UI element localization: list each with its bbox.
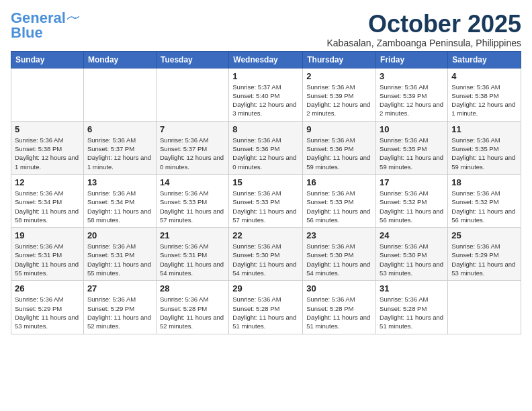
day-info: Sunrise: 5:36 AM Sunset: 5:33 PM Dayligh… xyxy=(232,189,299,224)
day-number: 24 xyxy=(380,230,444,240)
day-number: 20 xyxy=(87,230,152,240)
day-info: Sunrise: 5:36 AM Sunset: 5:38 PM Dayligh… xyxy=(451,83,517,118)
calendar-cell: 17Sunrise: 5:36 AM Sunset: 5:32 PM Dayli… xyxy=(376,174,448,227)
calendar-cell: 11Sunrise: 5:36 AM Sunset: 5:35 PM Dayli… xyxy=(448,121,521,174)
calendar-cell: 28Sunrise: 5:36 AM Sunset: 5:28 PM Dayli… xyxy=(156,281,228,334)
calendar-cell xyxy=(448,281,521,334)
day-number: 15 xyxy=(232,177,299,187)
calendar-cell: 25Sunrise: 5:36 AM Sunset: 5:29 PM Dayli… xyxy=(448,228,521,281)
day-number: 31 xyxy=(380,283,444,293)
calendar-cell xyxy=(11,68,84,121)
page-header: General Blue October 2025 Kabasalan, Zam… xyxy=(11,11,521,48)
month-title: October 2025 xyxy=(326,11,521,38)
day-info: Sunrise: 5:36 AM Sunset: 5:32 PM Dayligh… xyxy=(451,189,517,224)
calendar-table: SundayMondayTuesdayWednesdayThursdayFrid… xyxy=(11,51,521,334)
calendar-cell: 31Sunrise: 5:36 AM Sunset: 5:28 PM Dayli… xyxy=(376,281,448,334)
calendar-cell: 13Sunrise: 5:36 AM Sunset: 5:34 PM Dayli… xyxy=(83,174,156,227)
calendar-cell xyxy=(83,68,156,121)
day-number: 16 xyxy=(306,177,372,187)
calendar-cell: 27Sunrise: 5:36 AM Sunset: 5:29 PM Dayli… xyxy=(83,281,156,334)
calendar-cell: 4Sunrise: 5:36 AM Sunset: 5:38 PM Daylig… xyxy=(448,68,521,121)
day-info: Sunrise: 5:36 AM Sunset: 5:36 PM Dayligh… xyxy=(232,136,299,171)
calendar-cell: 14Sunrise: 5:36 AM Sunset: 5:33 PM Dayli… xyxy=(156,174,228,227)
day-number: 29 xyxy=(232,283,299,293)
calendar-cell: 30Sunrise: 5:36 AM Sunset: 5:28 PM Dayli… xyxy=(303,281,376,334)
calendar-cell: 15Sunrise: 5:36 AM Sunset: 5:33 PM Dayli… xyxy=(229,174,303,227)
day-info: Sunrise: 5:36 AM Sunset: 5:31 PM Dayligh… xyxy=(15,242,80,277)
calendar-cell: 3Sunrise: 5:36 AM Sunset: 5:39 PM Daylig… xyxy=(376,68,448,121)
logo-text: General Blue xyxy=(11,11,66,40)
day-info: Sunrise: 5:36 AM Sunset: 5:36 PM Dayligh… xyxy=(306,136,372,171)
day-number: 4 xyxy=(451,71,517,81)
day-number: 3 xyxy=(380,71,444,81)
week-row-4: 19Sunrise: 5:36 AM Sunset: 5:31 PM Dayli… xyxy=(11,228,521,281)
day-header-tuesday: Tuesday xyxy=(156,51,228,68)
day-number: 25 xyxy=(451,230,517,240)
title-block: October 2025 Kabasalan, Zamboanga Penins… xyxy=(326,11,521,48)
calendar-cell: 26Sunrise: 5:36 AM Sunset: 5:29 PM Dayli… xyxy=(11,281,84,334)
day-info: Sunrise: 5:36 AM Sunset: 5:35 PM Dayligh… xyxy=(451,136,517,171)
day-number: 10 xyxy=(380,124,444,134)
calendar-cell: 19Sunrise: 5:36 AM Sunset: 5:31 PM Dayli… xyxy=(11,228,84,281)
calendar-cell: 18Sunrise: 5:36 AM Sunset: 5:32 PM Dayli… xyxy=(448,174,521,227)
day-info: Sunrise: 5:36 AM Sunset: 5:30 PM Dayligh… xyxy=(380,242,444,277)
day-info: Sunrise: 5:36 AM Sunset: 5:28 PM Dayligh… xyxy=(232,295,299,330)
week-row-1: 1Sunrise: 5:37 AM Sunset: 5:40 PM Daylig… xyxy=(11,68,521,121)
day-number: 6 xyxy=(87,124,152,134)
day-info: Sunrise: 5:36 AM Sunset: 5:32 PM Dayligh… xyxy=(380,189,444,224)
day-info: Sunrise: 5:36 AM Sunset: 5:34 PM Dayligh… xyxy=(87,189,152,224)
day-number: 8 xyxy=(232,124,299,134)
day-number: 7 xyxy=(160,124,225,134)
calendar-cell: 8Sunrise: 5:36 AM Sunset: 5:36 PM Daylig… xyxy=(229,121,303,174)
day-header-friday: Friday xyxy=(376,51,448,68)
calendar-cell: 16Sunrise: 5:36 AM Sunset: 5:33 PM Dayli… xyxy=(303,174,376,227)
day-number: 1 xyxy=(232,71,299,81)
day-info: Sunrise: 5:36 AM Sunset: 5:30 PM Dayligh… xyxy=(232,242,299,277)
day-info: Sunrise: 5:36 AM Sunset: 5:28 PM Dayligh… xyxy=(380,295,444,330)
calendar-cell: 1Sunrise: 5:37 AM Sunset: 5:40 PM Daylig… xyxy=(229,68,303,121)
day-number: 19 xyxy=(15,230,80,240)
day-header-thursday: Thursday xyxy=(303,51,376,68)
day-number: 18 xyxy=(451,177,517,187)
day-number: 2 xyxy=(306,71,372,81)
week-row-5: 26Sunrise: 5:36 AM Sunset: 5:29 PM Dayli… xyxy=(11,281,521,334)
calendar-cell: 24Sunrise: 5:36 AM Sunset: 5:30 PM Dayli… xyxy=(376,228,448,281)
day-number: 26 xyxy=(15,283,80,293)
location-subtitle: Kabasalan, Zamboanga Peninsula, Philippi… xyxy=(326,38,521,48)
day-number: 9 xyxy=(306,124,372,134)
day-number: 23 xyxy=(306,230,372,240)
calendar-cell: 9Sunrise: 5:36 AM Sunset: 5:36 PM Daylig… xyxy=(303,121,376,174)
day-number: 5 xyxy=(15,124,80,134)
day-info: Sunrise: 5:36 AM Sunset: 5:39 PM Dayligh… xyxy=(306,83,372,118)
calendar-cell: 21Sunrise: 5:36 AM Sunset: 5:31 PM Dayli… xyxy=(156,228,228,281)
week-row-2: 5Sunrise: 5:36 AM Sunset: 5:38 PM Daylig… xyxy=(11,121,521,174)
calendar-cell: 2Sunrise: 5:36 AM Sunset: 5:39 PM Daylig… xyxy=(303,68,376,121)
week-row-3: 12Sunrise: 5:36 AM Sunset: 5:34 PM Dayli… xyxy=(11,174,521,227)
calendar-cell: 7Sunrise: 5:36 AM Sunset: 5:37 PM Daylig… xyxy=(156,121,228,174)
day-info: Sunrise: 5:36 AM Sunset: 5:37 PM Dayligh… xyxy=(160,136,225,171)
calendar-cell: 23Sunrise: 5:36 AM Sunset: 5:30 PM Dayli… xyxy=(303,228,376,281)
calendar-cell: 12Sunrise: 5:36 AM Sunset: 5:34 PM Dayli… xyxy=(11,174,84,227)
day-info: Sunrise: 5:36 AM Sunset: 5:31 PM Dayligh… xyxy=(160,242,225,277)
day-number: 22 xyxy=(232,230,299,240)
day-info: Sunrise: 5:36 AM Sunset: 5:29 PM Dayligh… xyxy=(87,295,152,330)
day-number: 28 xyxy=(160,283,225,293)
day-info: Sunrise: 5:36 AM Sunset: 5:35 PM Dayligh… xyxy=(380,136,444,171)
calendar-cell: 5Sunrise: 5:36 AM Sunset: 5:38 PM Daylig… xyxy=(11,121,84,174)
day-info: Sunrise: 5:36 AM Sunset: 5:39 PM Dayligh… xyxy=(380,83,444,118)
day-header-sunday: Sunday xyxy=(11,51,84,68)
calendar-cell: 6Sunrise: 5:36 AM Sunset: 5:37 PM Daylig… xyxy=(83,121,156,174)
day-info: Sunrise: 5:36 AM Sunset: 5:38 PM Dayligh… xyxy=(15,136,80,171)
header-row: SundayMondayTuesdayWednesdayThursdayFrid… xyxy=(11,51,521,68)
day-number: 14 xyxy=(160,177,225,187)
logo-bird-icon xyxy=(67,15,79,24)
day-info: Sunrise: 5:36 AM Sunset: 5:29 PM Dayligh… xyxy=(15,295,80,330)
day-info: Sunrise: 5:36 AM Sunset: 5:31 PM Dayligh… xyxy=(87,242,152,277)
day-number: 27 xyxy=(87,283,152,293)
calendar-cell: 29Sunrise: 5:36 AM Sunset: 5:28 PM Dayli… xyxy=(229,281,303,334)
day-info: Sunrise: 5:36 AM Sunset: 5:37 PM Dayligh… xyxy=(87,136,152,171)
day-info: Sunrise: 5:36 AM Sunset: 5:28 PM Dayligh… xyxy=(160,295,225,330)
day-info: Sunrise: 5:37 AM Sunset: 5:40 PM Dayligh… xyxy=(232,83,299,118)
day-number: 17 xyxy=(380,177,444,187)
day-info: Sunrise: 5:36 AM Sunset: 5:29 PM Dayligh… xyxy=(451,242,517,277)
